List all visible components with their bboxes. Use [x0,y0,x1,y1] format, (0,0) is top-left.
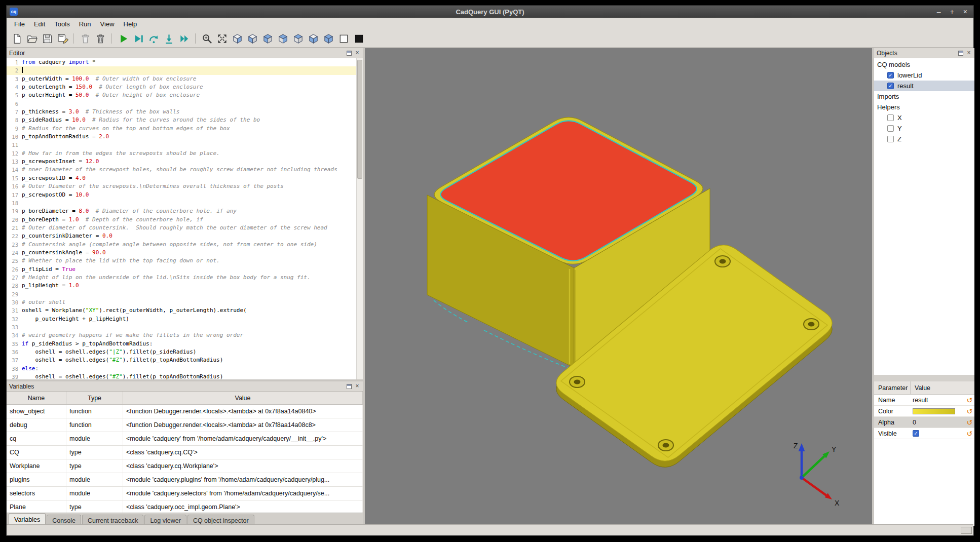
view-bottom-button[interactable] [306,31,320,46]
code-line[interactable]: 23# Countersink angle (complete angle be… [7,241,363,249]
code-line[interactable]: 19p_boreDiameter = 8.0 # Diameter of the… [7,207,363,215]
save-as-script-button[interactable] [55,31,69,46]
code-line[interactable]: 26p_flipLid = True [7,265,363,274]
code-line[interactable]: 5p_outerHeight = 50.0 # Outer height of … [7,91,363,99]
code-line[interactable]: 17p_screwpostOD = 10.0 [7,191,363,199]
object-item-y[interactable]: Y [874,123,974,134]
code-line[interactable]: 32 p_outerHeight + p_lipHeight) [7,315,363,323]
view-left-button[interactable] [260,31,275,46]
minimize-button[interactable]: – [937,6,941,18]
view-front-button[interactable] [230,31,244,46]
menu-help[interactable]: Help [119,19,142,29]
variable-row[interactable]: cqmodule<module 'cadquery' from '/home/a… [7,432,363,446]
code-line[interactable]: 13p_screwpostInset = 12.0 [7,158,363,166]
reset-icon[interactable] [964,396,974,404]
continue-button[interactable] [177,31,191,46]
code-line[interactable]: 10p_topAndBottomRadius = 2.0 [7,133,363,141]
column-header-type[interactable]: Type [66,392,123,404]
visibility-checkbox[interactable] [887,136,894,142]
variable-row[interactable]: debugfunction<function Debugger.render.<… [7,418,363,432]
tree-group-helpers[interactable]: Helpers [874,102,974,112]
new-script-button[interactable] [10,31,24,46]
step-into-button[interactable] [162,31,176,46]
code-line[interactable]: 7p_thickness = 3.0 # Thickness of the bo… [7,108,363,116]
code-line[interactable]: 4p_outerLength = 150.0 # Outer length of… [7,83,363,91]
view-right-button[interactable] [276,31,290,46]
fit-all-button[interactable] [215,31,229,46]
debug-button[interactable] [131,31,145,46]
code-line[interactable]: 37 oshell = oshell.edges("#Z").fillet(p_… [7,356,363,364]
viewport[interactable]: Z Y X [365,48,872,526]
code-line[interactable]: 31oshell = Workplane("XY").rect(p_outerW… [7,306,363,315]
close-panel-icon[interactable] [354,383,360,390]
clear-console-button[interactable] [78,31,92,46]
code-line[interactable]: 9# Radius for the curves on the top and … [7,125,363,133]
titlebar[interactable]: cq CadQuery GUI (PyQT) –+× [7,6,973,18]
undock-panel-icon[interactable] [958,51,963,56]
column-header-value[interactable]: Value [123,392,363,404]
view-iso-button[interactable] [321,31,335,46]
code-line[interactable]: 8p_sideRadius = 10.0 # Radius for the cu… [7,116,363,124]
code-line[interactable]: 39 oshell = oshell.edges("#Z").fillet(p_… [7,373,363,379]
view-top-button[interactable] [291,31,305,46]
open-script-button[interactable] [25,31,39,46]
close-panel-icon[interactable] [354,50,360,56]
color-swatch[interactable] [913,408,955,414]
close-button[interactable]: × [963,6,967,18]
view-back-button[interactable] [245,31,259,46]
code-line[interactable]: 24p_countersinkAngle = 90.0 [7,249,363,257]
visibility-checkbox[interactable] [887,114,894,121]
menu-file[interactable]: File [10,19,29,29]
property-value[interactable]: result [911,397,964,404]
visibility-checkbox[interactable] [887,72,894,79]
undock-panel-icon[interactable] [347,384,352,389]
code-line[interactable]: 16# Outer Diameter of the screwposts.\nD… [7,182,363,190]
code-line[interactable]: 18 [7,199,363,207]
column-header-value[interactable]: Value [911,381,974,394]
undock-panel-icon[interactable] [347,51,352,56]
view-shaded-button[interactable] [352,31,366,46]
code-line[interactable]: 35if p_sideRadius > p_topAndBottomRadius… [7,340,363,348]
property-value[interactable] [911,430,964,437]
menu-tools[interactable]: Tools [50,19,74,29]
menu-view[interactable]: View [96,19,119,29]
code-line[interactable]: 22p_countersinkDiameter = 0.0 [7,232,363,240]
code-line[interactable]: 34# weird geometry happens if we make th… [7,331,363,339]
code-editor[interactable]: 1from cadquery import *23p_outerWidth = … [7,58,363,379]
code-line[interactable]: 33 [7,323,363,331]
tree-group-cq-models[interactable]: CQ models [874,59,974,70]
code-line[interactable]: 27# Height of lip on the underside of th… [7,274,363,282]
code-line[interactable]: 28p_lipHeight = 1.0 [7,282,363,290]
save-script-button[interactable] [40,31,54,46]
reset-icon[interactable] [964,407,974,415]
variable-row[interactable]: pluginsmodule<module 'cadquery.plugins' … [7,473,363,487]
code-line[interactable]: 12# How far in from the edges the screwp… [7,149,363,158]
code-line[interactable]: 3p_outerWidth = 100.0 # Outer width of b… [7,75,363,83]
code-line[interactable]: 14# nner Diameter of the screwpost holes… [7,166,363,174]
code-line[interactable]: 21# Outer diameter of countersink. Shoul… [7,224,363,232]
code-line[interactable]: 11 [7,141,363,149]
code-line[interactable]: 36 oshell = oshell.edges("|Z").fillet(p_… [7,348,363,356]
resize-grip[interactable] [961,527,972,534]
menu-edit[interactable]: Edit [29,19,50,29]
variable-row[interactable]: selectorsmodule<module 'cadquery.selecto… [7,487,363,500]
variable-row[interactable]: Planetype<class 'cadquery.occ_impl.geom.… [7,500,363,513]
code-line[interactable]: 1from cadquery import * [7,58,363,66]
object-item-x[interactable]: X [874,112,974,123]
code-line[interactable]: 30# outer shell [7,298,363,306]
close-panel-icon[interactable] [966,50,972,56]
code-line[interactable]: 20p_boreDepth = 1.0 # Depth of the count… [7,216,363,224]
reset-icon[interactable] [964,418,974,427]
zoom-to-fit-button[interactable] [200,31,214,46]
code-line[interactable]: 38else: [7,365,363,373]
reset-icon[interactable] [964,430,974,438]
editor-scrollbar[interactable] [356,58,363,379]
delete-object-button[interactable] [93,31,107,46]
property-value[interactable]: 0 [911,419,964,426]
scrollbar-thumb[interactable] [357,60,362,179]
code-line[interactable]: 25# Whether to place the lid with the to… [7,257,363,265]
variable-row[interactable]: show_objectfunction<function Debugger.re… [7,405,363,418]
variable-row[interactable]: Workplanetype<class 'cadquery.cq.Workpla… [7,459,363,473]
variable-row[interactable]: CQtype<class 'cadquery.cq.CQ'> [7,446,363,459]
object-item-lowerlid[interactable]: lowerLid [874,70,974,81]
